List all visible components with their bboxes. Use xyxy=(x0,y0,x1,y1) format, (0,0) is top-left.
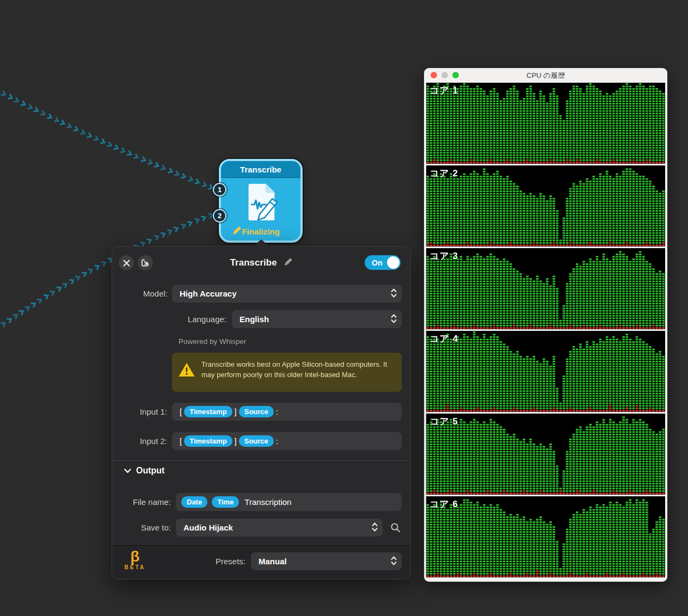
input-port-1[interactable]: 1 xyxy=(213,183,226,196)
rename-pencil-icon[interactable] xyxy=(281,258,293,269)
popover-arrow xyxy=(253,239,270,247)
chevron-up-down-icon xyxy=(391,556,397,567)
warning-text: Transcribe works best on Apple Silicon-b… xyxy=(201,358,395,380)
cpu-window-titlebar[interactable]: CPU の履歴 xyxy=(426,68,665,83)
status-pencil-icon xyxy=(232,226,241,237)
source-token[interactable]: Source xyxy=(239,435,274,447)
filename-text: Transcription xyxy=(244,497,291,507)
timestamp-token[interactable]: Timestamp xyxy=(184,406,232,417)
presets-select[interactable]: Manual xyxy=(251,552,402,570)
cpu-core-graph xyxy=(426,248,665,329)
saveto-label: Save to: xyxy=(62,523,171,532)
divider xyxy=(112,460,410,461)
warning-icon xyxy=(179,362,195,377)
language-label: Language: xyxy=(118,315,226,324)
time-token[interactable]: Time xyxy=(212,496,239,508)
filename-label: File name: xyxy=(62,497,171,507)
transcribe-settings-popover: Transcribe On Model: High Accuracy Langu… xyxy=(112,246,411,580)
input2-label: Input 2: xyxy=(58,436,167,446)
cpu-core-label: コア 6 xyxy=(429,498,458,510)
reveal-in-finder-button[interactable] xyxy=(390,522,401,535)
input2-field[interactable]: [ Timestamp ] Source : xyxy=(172,432,402,450)
input1-label: Input 1: xyxy=(58,407,167,416)
timestamp-token[interactable]: Timestamp xyxy=(184,435,232,447)
cpu-core-label: コア 4 xyxy=(429,332,458,345)
chevron-up-down-icon xyxy=(391,288,397,299)
cpu-core-label: コア 5 xyxy=(429,415,458,428)
cpu-core-graph xyxy=(426,331,665,412)
cpu-core-pane: コア 2 xyxy=(426,165,665,247)
cpu-core-graph xyxy=(426,83,665,164)
output-section-toggle[interactable]: Output xyxy=(124,466,164,476)
date-token[interactable]: Date xyxy=(181,496,207,508)
toggle-label: On xyxy=(372,258,382,267)
cpu-history-window: CPU の履歴 コア 1 コア 2 コア 3 コア 4 コア 5 コア 6 xyxy=(424,68,667,582)
cpu-core-pane: コア 3 xyxy=(426,248,665,329)
node-status-text: Finalizing xyxy=(242,227,279,236)
cpu-core-graph xyxy=(426,496,665,577)
transcribe-document-icon xyxy=(221,181,300,223)
chevron-up-down-icon xyxy=(391,313,397,325)
chevron-up-down-icon xyxy=(372,522,378,533)
close-traffic-light[interactable] xyxy=(431,72,437,78)
chevron-down-icon xyxy=(124,469,131,473)
saveto-select[interactable]: Audio Hijack xyxy=(176,519,383,537)
cpu-core-panes: コア 1 コア 2 コア 3 コア 4 コア 5 コア 6 xyxy=(426,83,665,577)
cpu-core-pane: コア 5 xyxy=(426,414,665,495)
transcribe-node-title: Transcribe xyxy=(221,161,300,178)
cpu-core-label: コア 3 xyxy=(429,250,458,262)
cpu-core-label: コア 2 xyxy=(429,167,458,180)
model-select[interactable]: High Accuracy xyxy=(172,285,402,303)
toggle-knob xyxy=(387,256,400,269)
cpu-window-title: CPU の履歴 xyxy=(526,71,564,81)
filename-field[interactable]: Date Time Transcription xyxy=(176,493,402,511)
search-icon xyxy=(390,522,401,533)
presets-label: Presets: xyxy=(137,557,245,566)
output-section-label: Output xyxy=(136,466,164,476)
minimize-traffic-light[interactable] xyxy=(441,72,448,78)
language-select[interactable]: English xyxy=(232,310,402,328)
model-label: Model: xyxy=(59,289,168,298)
popover-footer: β BETA Presets: Manual xyxy=(112,545,410,579)
powered-by-text: Powered by Whisper xyxy=(179,337,247,346)
transcribe-node[interactable]: Transcribe Finalizing 1 2 xyxy=(219,159,303,243)
cpu-core-pane: コア 4 xyxy=(426,331,665,412)
zoom-traffic-light[interactable] xyxy=(452,72,459,78)
on-off-toggle[interactable]: On xyxy=(365,255,401,270)
input1-field[interactable]: [ Timestamp ] Source : xyxy=(172,403,402,421)
input-port-2[interactable]: 2 xyxy=(213,209,226,223)
cpu-core-label: コア 1 xyxy=(429,84,458,97)
cpu-core-graph xyxy=(426,414,665,495)
cpu-core-pane: コア 6 xyxy=(426,496,665,577)
cpu-core-graph xyxy=(426,165,665,247)
source-token[interactable]: Source xyxy=(239,406,274,417)
cpu-core-pane: コア 1 xyxy=(426,83,665,164)
warning-banner: Transcribe works best on Apple Silicon-b… xyxy=(172,353,402,392)
